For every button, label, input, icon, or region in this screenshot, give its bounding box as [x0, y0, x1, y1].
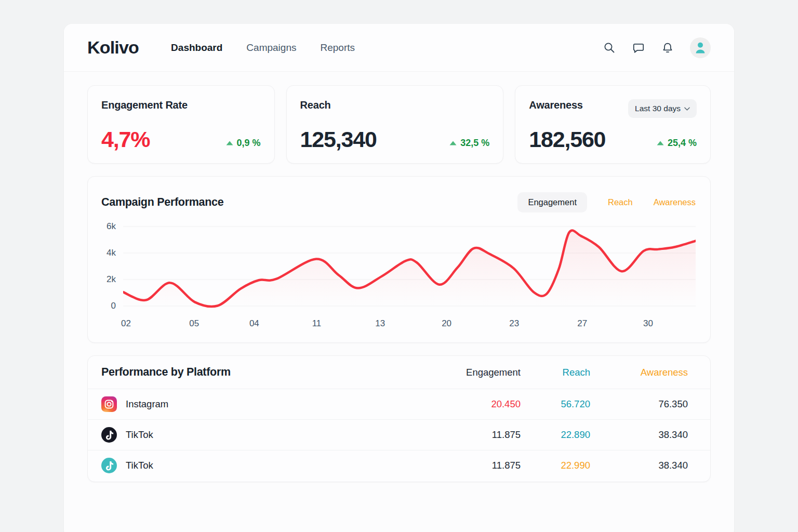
- x-tick-label: 23: [509, 318, 519, 329]
- cell-reach: 22.890: [521, 429, 590, 441]
- stat-card-awareness: Awareness Last 30 days 182,560 25,4 %: [515, 85, 711, 164]
- x-tick-label: 05: [189, 318, 199, 329]
- avatar[interactable]: [690, 37, 711, 58]
- y-tick-label: 2k: [107, 274, 116, 285]
- campaign-performance-card: Campaign Performance Engagement Reach Aw…: [87, 176, 711, 343]
- platform-name: Instagram: [126, 398, 168, 410]
- cell-reach: 56.720: [521, 398, 590, 410]
- stat-title: Awareness: [529, 99, 582, 111]
- column-header-engagement[interactable]: Engagement: [451, 367, 521, 378]
- platform-name: TikTok: [126, 429, 153, 441]
- stat-value: 182,560: [529, 128, 605, 151]
- stat-delta-value: 32,5 %: [460, 138, 489, 149]
- cell-engagement: 20.450: [451, 398, 521, 410]
- stat-card-reach: Reach 125,340 32,5 %: [286, 85, 504, 164]
- chevron-down-icon: [684, 107, 690, 111]
- trend-up-icon: [226, 141, 233, 145]
- campaign-line-chart: [123, 221, 696, 312]
- x-tick-label: 20: [442, 318, 451, 329]
- x-tick-label: 13: [375, 318, 385, 329]
- table-header: Performance by Platform Engagement Reach…: [88, 356, 710, 389]
- stat-delta-value: 0,9 %: [237, 138, 261, 149]
- nav-item-dashboard[interactable]: Dashboard: [171, 42, 222, 54]
- cell-engagement: 11.875: [451, 460, 521, 471]
- x-tick-label: 04: [249, 318, 259, 329]
- x-tick-label: 30: [643, 318, 653, 329]
- chat-icon[interactable]: [632, 41, 645, 55]
- x-axis-labels: 020504111320232730: [123, 315, 696, 335]
- cell-awareness: 38.340: [590, 429, 688, 441]
- chart-title: Campaign Performance: [101, 196, 223, 209]
- header-actions: [603, 37, 711, 58]
- cell-reach: 22.990: [521, 460, 590, 471]
- main-nav: Dashboard Campaigns Reports: [171, 42, 355, 54]
- cell-awareness: 38.340: [590, 460, 688, 471]
- table-row: TikTok 11.875 22.990 38.340: [88, 450, 710, 481]
- table-row: TikTok 11.875 22.890 38.340: [88, 419, 710, 450]
- stat-cards-row: Engagement Rate 4,7% 0,9 % Reach 125,340: [87, 85, 711, 164]
- table-title: Performance by Platform: [101, 366, 451, 379]
- platform-name: TikTok: [126, 460, 153, 471]
- top-bar: Kolivo Dashboard Campaigns Reports: [64, 24, 734, 72]
- column-header-awareness[interactable]: Awareness: [590, 367, 688, 378]
- x-tick-label: 27: [577, 318, 587, 329]
- plot-area: 020504111320232730: [123, 221, 696, 335]
- stat-title: Reach: [300, 99, 331, 111]
- date-range-dropdown[interactable]: Last 30 days: [628, 99, 697, 118]
- tiktok-teal-icon: [101, 458, 117, 473]
- chart-metric-tabs: Engagement Reach Awareness: [517, 192, 696, 212]
- stat-delta-value: 25,4 %: [668, 138, 697, 149]
- column-header-reach[interactable]: Reach: [521, 367, 590, 378]
- nav-item-reports[interactable]: Reports: [320, 42, 355, 54]
- nav-item-campaigns[interactable]: Campaigns: [246, 42, 296, 54]
- trend-up-icon: [449, 141, 457, 145]
- y-axis-labels: 02k4k6k: [101, 221, 123, 312]
- tab-engagement[interactable]: Engagement: [517, 192, 587, 212]
- tab-awareness[interactable]: Awareness: [654, 197, 696, 207]
- stat-delta: 32,5 %: [449, 138, 489, 151]
- stat-delta: 0,9 %: [226, 138, 261, 151]
- table-row: Instagram 20.450 56.720 76.350: [88, 389, 710, 419]
- tab-reach[interactable]: Reach: [608, 197, 633, 207]
- bell-icon[interactable]: [661, 41, 674, 55]
- y-tick-label: 4k: [107, 248, 116, 258]
- stat-value: 125,340: [300, 128, 377, 151]
- performance-by-platform-card: Performance by Platform Engagement Reach…: [87, 355, 711, 482]
- y-tick-label: 6k: [107, 221, 116, 232]
- x-tick-label: 02: [121, 318, 131, 329]
- brand-logo: Kolivo: [87, 37, 139, 58]
- x-tick-label: 11: [312, 318, 322, 329]
- search-icon[interactable]: [603, 41, 616, 55]
- cell-engagement: 11.875: [451, 429, 521, 441]
- app-panel: Kolivo Dashboard Campaigns Reports: [64, 24, 734, 532]
- stat-value: 4,7%: [101, 128, 150, 151]
- cell-awareness: 76.350: [590, 398, 688, 410]
- stat-card-engagement-rate: Engagement Rate 4,7% 0,9 %: [87, 85, 275, 164]
- tiktok-icon: [101, 427, 117, 443]
- stat-title: Engagement Rate: [101, 99, 188, 111]
- stat-delta: 25,4 %: [657, 138, 697, 151]
- y-tick-label: 0: [111, 301, 116, 311]
- dashboard-content: Engagement Rate 4,7% 0,9 % Reach 125,340: [64, 85, 734, 482]
- date-range-label: Last 30 days: [635, 104, 681, 113]
- instagram-icon: [101, 396, 117, 412]
- trend-up-icon: [657, 141, 664, 145]
- line-chart-area: 02k4k6k 020504111320232730: [101, 221, 696, 335]
